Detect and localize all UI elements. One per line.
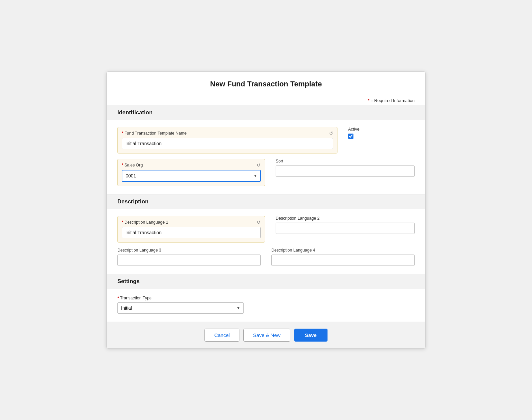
section-identification-header: Identification — [107, 105, 425, 120]
sales-org-select-wrapper: 0001 0002 0003 ▼ — [122, 170, 261, 182]
settings-spacer — [254, 296, 415, 314]
modal-container: New Fund Transaction Template * = Requir… — [106, 71, 426, 349]
desc-lang-1-reset-icon[interactable]: ↺ — [257, 220, 261, 225]
section-description-body: * Description Language 1 ↺ Description L… — [107, 209, 425, 274]
sales-org-reset-icon[interactable]: ↺ — [257, 162, 261, 168]
sales-org-group: * Sales Org ↺ 0001 0002 0003 ▼ — [117, 159, 265, 186]
fund-template-name-input[interactable] — [122, 138, 333, 149]
active-group: Active — [348, 127, 415, 154]
identification-row-1: * Fund Transaction Template Name ↺ Activ… — [117, 127, 415, 154]
desc-lang-1-label: * Description Language 1 ↺ — [122, 220, 261, 225]
required-info-bar: * = Required Information — [107, 94, 425, 105]
desc-lang-2-input[interactable] — [276, 223, 415, 234]
save-new-button[interactable]: Save & New — [243, 329, 290, 342]
active-checkbox-container — [348, 134, 415, 139]
sort-input[interactable] — [276, 165, 415, 177]
transaction-type-group: * Transaction Type Initial Final Interim… — [117, 296, 244, 314]
desc-lang-4-label: Description Language 4 — [271, 248, 415, 253]
modal-title: New Fund Transaction Template — [117, 80, 415, 88]
settings-row-1: * Transaction Type Initial Final Interim… — [117, 296, 415, 314]
transaction-type-select-wrapper: Initial Final Interim ▼ — [117, 302, 244, 314]
desc-lang-3-group: Description Language 3 — [117, 248, 261, 266]
modal-header: New Fund Transaction Template — [107, 72, 425, 94]
desc-lang-3-input[interactable] — [117, 255, 261, 266]
required-asterisk: * — [368, 98, 369, 103]
transaction-type-label: * Transaction Type — [117, 296, 244, 300]
section-settings-body: * Transaction Type Initial Final Interim… — [107, 289, 425, 322]
desc-lang-4-input[interactable] — [271, 255, 415, 266]
fund-template-name-reset-icon[interactable]: ↺ — [329, 131, 333, 136]
active-checkbox[interactable] — [348, 134, 353, 139]
save-button[interactable]: Save — [294, 329, 328, 342]
transaction-type-select[interactable]: Initial Final Interim — [117, 302, 244, 314]
sales-org-select[interactable]: 0001 0002 0003 — [122, 170, 261, 182]
identification-row-2: * Sales Org ↺ 0001 0002 0003 ▼ — [117, 159, 415, 186]
fund-template-name-asterisk: * — [122, 131, 123, 136]
section-description-header: Description — [107, 194, 425, 209]
description-row-1: * Description Language 1 ↺ Description L… — [117, 216, 415, 243]
desc-lang-1-group: * Description Language 1 ↺ — [117, 216, 265, 243]
section-settings-header: Settings — [107, 274, 425, 289]
sort-label: Sort — [276, 159, 415, 163]
active-label: Active — [348, 127, 415, 132]
section-settings: Settings * Transaction Type Initi — [107, 274, 425, 322]
sales-org-asterisk: * — [122, 163, 123, 167]
fund-template-name-label: * Fund Transaction Template Name ↺ — [122, 131, 333, 136]
description-row-2: Description Language 3 Description Langu… — [117, 248, 415, 266]
desc-lang-3-label: Description Language 3 — [117, 248, 261, 253]
cancel-button[interactable]: Cancel — [204, 329, 239, 342]
fund-template-name-group: * Fund Transaction Template Name ↺ — [117, 127, 337, 154]
desc-lang-2-label: Description Language 2 — [276, 216, 415, 221]
section-identification: Identification * Fund Transaction Templa… — [107, 105, 425, 194]
section-identification-body: * Fund Transaction Template Name ↺ Activ… — [107, 120, 425, 194]
desc-lang-1-input[interactable] — [122, 227, 261, 238]
transaction-type-asterisk: * — [117, 296, 119, 300]
sales-org-label: * Sales Org ↺ — [122, 162, 261, 168]
desc-lang-1-asterisk: * — [122, 220, 123, 225]
desc-lang-2-group: Description Language 2 — [276, 216, 415, 243]
modal-footer: Cancel Save & New Save — [107, 322, 425, 348]
modal-body: Identification * Fund Transaction Templa… — [107, 105, 425, 322]
desc-lang-4-group: Description Language 4 — [271, 248, 415, 266]
sort-group: Sort — [276, 159, 415, 186]
section-description: Description * Description Language 1 ↺ — [107, 194, 425, 274]
required-info-text: = Required Information — [370, 98, 415, 103]
